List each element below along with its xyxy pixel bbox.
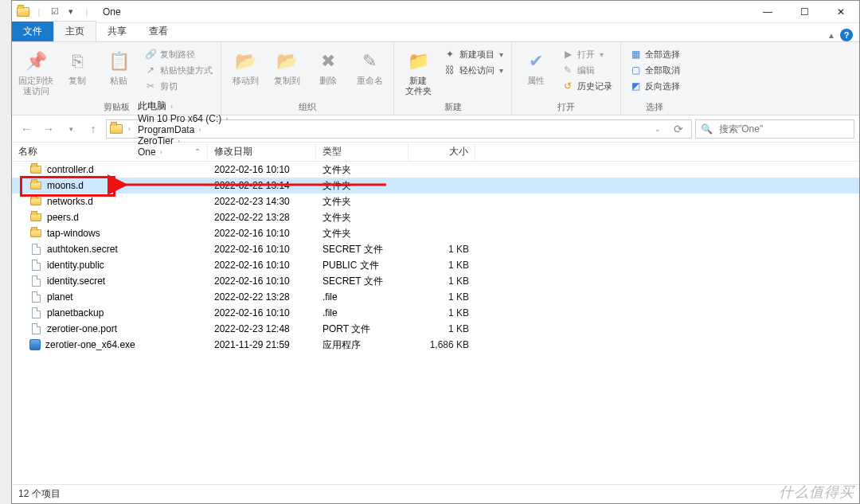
new-item-button[interactable]: ✦新建项目▾ bbox=[440, 47, 506, 61]
file-row[interactable]: identity.secret 2022-02-16 10:10 SECRET … bbox=[12, 273, 859, 289]
new-folder-button[interactable]: 📁 新建 文件夹 bbox=[399, 47, 437, 97]
file-icon bbox=[29, 291, 42, 303]
column-headers: 名称⌃ 修改日期 类型 大小 bbox=[12, 143, 859, 162]
breadcrumb-item[interactable]: ProgramData› bbox=[136, 124, 232, 135]
tab-share[interactable]: 共享 bbox=[96, 21, 138, 41]
file-date: 2022-02-16 10:10 bbox=[208, 307, 316, 318]
tab-home[interactable]: 主页 bbox=[53, 21, 96, 41]
chevron-right-icon: › bbox=[223, 115, 230, 123]
close-button[interactable]: ✕ bbox=[823, 1, 859, 23]
folder-icon bbox=[29, 227, 42, 240]
delete-button[interactable]: ✖ 删除 bbox=[309, 47, 347, 88]
file-row[interactable]: zerotier-one_x64.exe 2021-11-29 21:59 应用… bbox=[12, 337, 859, 353]
file-row[interactable]: authtoken.secret 2022-02-16 10:10 SECRET… bbox=[12, 241, 859, 257]
file-name: planetbackup bbox=[47, 307, 104, 318]
delete-icon: ✖ bbox=[315, 49, 341, 74]
rename-button[interactable]: ✎ 重命名 bbox=[350, 47, 389, 88]
search-input[interactable] bbox=[717, 123, 849, 135]
chevron-right-icon: › bbox=[168, 103, 175, 111]
file-row[interactable]: networks.d 2022-02-23 14:30 文件夹 bbox=[12, 193, 859, 209]
ribbon-group-organize: 📂 移动到 📂 复制到 ✖ 删除 ✎ 重命名 组织 bbox=[221, 42, 394, 115]
file-row[interactable]: identity.public 2022-02-16 10:10 PUBLIC … bbox=[12, 257, 859, 273]
easy-access-button[interactable]: ⛓轻松访问▾ bbox=[440, 63, 506, 77]
file-name: identity.public bbox=[47, 260, 104, 271]
address-bar[interactable]: › 此电脑›Win 10 Pro x64 (C:)›ProgramData›Ze… bbox=[106, 119, 692, 139]
file-date: 2021-11-29 21:59 bbox=[208, 339, 316, 350]
history-button[interactable]: ↺历史记录 bbox=[558, 79, 616, 93]
select-all-button[interactable]: ▦全部选择 bbox=[626, 47, 683, 61]
refresh-button[interactable]: ⟳ bbox=[669, 119, 688, 139]
file-name: identity.secret bbox=[47, 275, 105, 287]
chevron-icon: ▾ bbox=[499, 50, 503, 59]
back-button[interactable]: ← bbox=[17, 119, 36, 139]
file-row[interactable]: peers.d 2022-02-22 13:28 文件夹 bbox=[12, 209, 859, 225]
file-row[interactable]: planetbackup 2022-02-16 10:10 .file 1 KB bbox=[12, 305, 859, 321]
file-type: 应用程序 bbox=[316, 338, 408, 352]
copy-path-button[interactable]: 🔗复制路径 bbox=[141, 47, 216, 61]
file-size: 1 KB bbox=[408, 244, 475, 255]
properties-button[interactable]: ✔ 属性 bbox=[517, 47, 555, 88]
open-icon: ▶ bbox=[561, 48, 574, 61]
address-bar-row: ← → ▾ ↑ › 此电脑›Win 10 Pro x64 (C:)›Progra… bbox=[12, 115, 859, 143]
file-row[interactable]: planet 2022-02-22 13:28 .file 1 KB bbox=[12, 289, 859, 305]
paste-icon: 📋 bbox=[106, 49, 131, 74]
pin-to-quick-access-button[interactable]: 📌 固定到快 速访问 bbox=[17, 47, 55, 97]
col-type[interactable]: 类型 bbox=[316, 143, 408, 161]
file-size: 1 KB bbox=[408, 260, 475, 271]
file-name: authtoken.secret bbox=[47, 244, 118, 255]
file-date: 2022-02-22 13:14 bbox=[208, 180, 316, 191]
recent-locations-button[interactable]: ▾ bbox=[61, 119, 80, 139]
col-name[interactable]: 名称⌃ bbox=[12, 143, 208, 161]
file-row[interactable]: moons.d 2022-02-22 13:14 文件夹 bbox=[12, 178, 859, 193]
file-name: planet bbox=[47, 291, 73, 303]
cut-button[interactable]: ✂剪切 bbox=[141, 79, 216, 93]
copy-button[interactable]: ⎘ 复制 bbox=[58, 47, 96, 88]
open-button[interactable]: ▶打开▾ bbox=[558, 47, 616, 61]
help-icon[interactable]: ? bbox=[840, 29, 853, 41]
select-none-button[interactable]: ▢全部取消 bbox=[626, 63, 683, 77]
tab-view[interactable]: 查看 bbox=[138, 21, 179, 41]
properties-icon: ✔ bbox=[523, 49, 549, 74]
qat-dropdown-icon[interactable]: ▾ bbox=[64, 6, 77, 18]
up-button[interactable]: ↑ bbox=[84, 119, 103, 139]
file-icon bbox=[29, 307, 42, 319]
copy-to-button[interactable]: 📂 复制到 bbox=[268, 47, 306, 88]
file-size: 1 KB bbox=[408, 323, 475, 334]
quick-access-toolbar: | ☑ ▾ | bbox=[12, 6, 98, 18]
file-date: 2022-02-16 10:10 bbox=[208, 244, 316, 255]
status-text: 12 个项目 bbox=[18, 487, 61, 501]
minimize-button[interactable]: — bbox=[749, 1, 786, 23]
chevron-right-icon: › bbox=[196, 126, 203, 134]
select-all-icon: ▦ bbox=[629, 48, 642, 61]
file-type: SECRET 文件 bbox=[316, 275, 408, 288]
breadcrumb-item[interactable]: 此电脑› bbox=[136, 100, 232, 113]
file-name: zerotier-one.port bbox=[47, 323, 117, 334]
file-row[interactable]: controller.d 2022-02-16 10:10 文件夹 bbox=[12, 162, 859, 178]
ribbon-collapse-icon[interactable]: ▲ bbox=[827, 31, 835, 40]
breadcrumb-item[interactable]: Win 10 Pro x64 (C:)› bbox=[136, 113, 232, 124]
invert-selection-button[interactable]: ◩反向选择 bbox=[626, 79, 683, 93]
forward-button[interactable]: → bbox=[39, 119, 58, 139]
ribbon-group-select: ▦全部选择 ▢全部取消 ◩反向选择 选择 bbox=[621, 42, 688, 115]
paste-shortcut-button[interactable]: ↗粘贴快捷方式 bbox=[141, 63, 216, 77]
paste-button[interactable]: 📋 粘贴 bbox=[100, 47, 138, 88]
file-date: 2022-02-16 10:10 bbox=[208, 275, 316, 287]
col-size[interactable]: 大小 bbox=[408, 143, 475, 161]
maximize-button[interactable]: ☐ bbox=[786, 1, 823, 23]
file-row[interactable]: zerotier-one.port 2022-02-23 12:48 PORT … bbox=[12, 321, 859, 337]
address-dropdown-button[interactable]: ⌄ bbox=[648, 119, 667, 139]
tab-file[interactable]: 文件 bbox=[12, 21, 53, 41]
file-name: zerotier-one_x64.exe bbox=[45, 339, 135, 350]
qat-checkbox-icon[interactable]: ☑ bbox=[49, 6, 61, 18]
edit-button[interactable]: ✎编辑 bbox=[558, 63, 616, 77]
file-date: 2022-02-22 13:28 bbox=[208, 212, 316, 223]
col-date[interactable]: 修改日期 bbox=[208, 143, 316, 161]
shortcut-icon: ↗ bbox=[144, 64, 157, 76]
scissors-icon: ✂ bbox=[144, 80, 157, 92]
crumb-sep[interactable]: › bbox=[124, 125, 135, 133]
move-to-button[interactable]: 📂 移动到 bbox=[226, 47, 264, 88]
search-box[interactable]: 🔍 bbox=[695, 119, 854, 139]
status-bar: 12 个项目 bbox=[12, 484, 859, 503]
file-row[interactable]: tap-windows 2022-02-16 10:10 文件夹 bbox=[12, 225, 859, 241]
file-type: PORT 文件 bbox=[316, 322, 408, 336]
